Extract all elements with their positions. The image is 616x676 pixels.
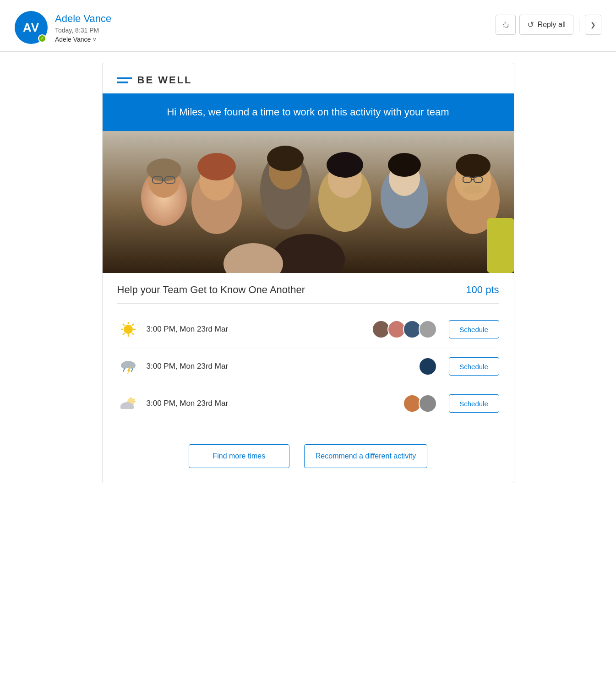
storm-svg <box>118 356 138 376</box>
like-button[interactable]: 🖒 <box>496 15 516 35</box>
activity-divider <box>117 303 499 304</box>
attendee-avatars-1 <box>372 320 434 338</box>
activity-title: Help your Team Get to Know One Another <box>117 284 305 296</box>
attendee-avatar <box>419 320 437 338</box>
activity-points: 100 pts <box>466 284 499 296</box>
card-banner: Hi Miles, we found a time to work on thi… <box>103 93 514 131</box>
chevron-down-icon: ❯ <box>590 21 596 28</box>
schedule-button-3[interactable]: Schedule <box>449 394 499 413</box>
schedule-button-1[interactable]: Schedule <box>449 320 499 338</box>
recommend-activity-button[interactable]: Recommend a different activity <box>304 444 427 468</box>
dropdown-button[interactable]: ❯ <box>585 15 601 35</box>
team-photo <box>103 131 514 273</box>
svg-line-46 <box>134 399 135 400</box>
email-card: BE WELL Hi Miles, we found a time to wor… <box>102 63 514 483</box>
logo-line-1 <box>117 77 132 79</box>
svg-line-34 <box>123 324 125 326</box>
schedule-row: 3:00 PM, Mon 23rd Mar Schedule <box>117 348 499 385</box>
sender-info: Adele Vance Today, 8:31 PM Adele Vance ∨ <box>55 11 111 43</box>
be-well-icon <box>117 77 132 83</box>
banner-text: Hi Miles, we found a time to work on thi… <box>117 106 499 118</box>
svg-line-35 <box>132 333 134 335</box>
attendee-avatar <box>419 357 437 376</box>
sun-svg <box>119 320 137 338</box>
schedule-time-2: 3:00 PM, Mon 23rd Mar <box>147 362 411 371</box>
sender-avatar-wrap: AV <box>15 11 48 44</box>
logo-line-2 <box>117 82 128 83</box>
schedule-button-2[interactable]: Schedule <box>449 357 499 376</box>
cloudy-svg <box>118 393 138 414</box>
reply-all-button[interactable]: ↺ Reply all <box>519 15 573 35</box>
svg-point-9 <box>197 153 236 180</box>
sender-section: AV Adele Vance Today, 8:31 PM Adele Vanc… <box>15 11 111 44</box>
svg-point-25 <box>463 185 483 194</box>
sunny-icon <box>117 318 139 340</box>
svg-line-43 <box>131 369 133 371</box>
sender-to-name: Adele Vance <box>55 36 91 43</box>
attendee-avatars-2 <box>419 357 434 376</box>
svg-point-15 <box>327 152 363 178</box>
reply-all-icon: ↺ <box>527 20 534 30</box>
card-logo: BE WELL <box>103 63 514 93</box>
schedule-time-3: 3:00 PM, Mon 23rd Mar <box>147 399 396 408</box>
schedule-row: 3:00 PM, Mon 23rd Mar Schedule <box>117 385 499 422</box>
cloudy-icon <box>117 393 139 414</box>
schedule-row: 3:00 PM, Mon 23rd Mar Schedule <box>117 311 499 348</box>
sender-name: Adele Vance <box>55 13 111 25</box>
sender-time: Today, 8:31 PM <box>55 27 111 34</box>
online-badge <box>38 34 46 43</box>
svg-marker-41 <box>127 367 131 375</box>
find-more-times-button[interactable]: Find more times <box>189 444 289 468</box>
storm-icon <box>117 355 139 377</box>
action-buttons: 🖒 ↺ Reply all ❯ <box>496 11 601 35</box>
chevron-down-icon: ∨ <box>93 36 97 43</box>
svg-line-36 <box>132 324 134 326</box>
svg-point-12 <box>267 146 304 171</box>
email-body: BE WELL Hi Miles, we found a time to wor… <box>0 52 616 676</box>
svg-point-29 <box>124 325 133 334</box>
schedule-time-1: 3:00 PM, Mon 23rd Mar <box>147 325 365 334</box>
svg-point-18 <box>388 153 421 177</box>
reply-all-label: Reply all <box>538 21 566 29</box>
sender-to: Adele Vance ∨ <box>55 36 111 43</box>
card-footer: Find more times Recommend a different ac… <box>103 433 514 483</box>
activity-title-row: Help your Team Get to Know One Another 1… <box>103 273 514 296</box>
logo-text: BE WELL <box>137 74 192 86</box>
people-svg <box>103 131 514 273</box>
thumbs-up-icon: 🖒 <box>502 20 510 30</box>
svg-rect-28 <box>487 218 514 273</box>
schedule-rows: 3:00 PM, Mon 23rd Mar Schedule <box>103 311 514 433</box>
vertical-divider <box>579 18 579 31</box>
email-header: AV Adele Vance Today, 8:31 PM Adele Vanc… <box>0 0 616 52</box>
svg-point-39 <box>121 362 128 369</box>
attendee-avatars-3 <box>403 394 434 413</box>
svg-line-42 <box>123 369 125 371</box>
attendee-avatar <box>419 394 437 413</box>
svg-rect-51 <box>120 406 134 409</box>
svg-point-21 <box>456 154 491 178</box>
svg-line-37 <box>123 333 125 335</box>
svg-point-3 <box>147 158 181 181</box>
